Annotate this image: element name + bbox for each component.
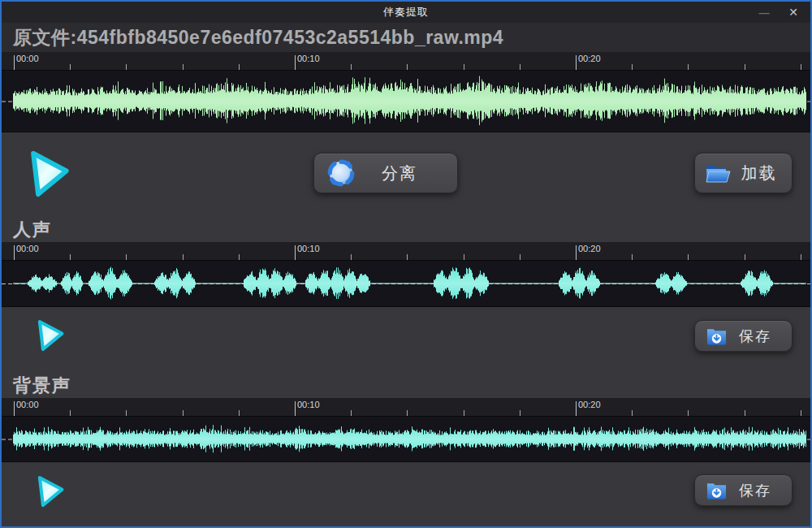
ruler-tick: [407, 410, 408, 416]
original-file-label: 原文件:454fbfb8450e7e6edf07453c2a5514bb_raw…: [13, 25, 503, 50]
save-vocals-label: 保存: [727, 327, 792, 346]
ruler-tick: [351, 410, 352, 416]
ruler-tick: [576, 55, 577, 70]
ruler-tick: [745, 254, 745, 260]
play-button-vocals[interactable]: [32, 318, 67, 353]
ruler-tick: [464, 410, 464, 416]
ruler-tick-label: 00:20: [578, 244, 601, 253]
separate-button[interactable]: 分离: [313, 153, 458, 193]
minimize-icon: —: [759, 6, 770, 19]
ruler-tick: [688, 254, 689, 260]
ruler-tick: [295, 245, 296, 260]
titlebar: 伴奏提取: [2, 2, 810, 23]
ruler-tick: [632, 254, 633, 260]
play-button-background[interactable]: [32, 474, 67, 509]
play-icon: [40, 478, 62, 505]
ruler-tick: [351, 254, 352, 260]
ruler-tick: [801, 254, 801, 260]
waveform-vocals[interactable]: [2, 261, 810, 306]
close-icon: ✕: [788, 6, 798, 19]
ruler-tick: [801, 410, 801, 416]
save-background-label: 保存: [727, 481, 792, 500]
timeline-ruler-original[interactable]: 00:0000:1000:20: [2, 52, 810, 70]
window-title: 伴奏提取: [383, 5, 429, 19]
ruler-tick: [183, 64, 184, 70]
ruler-tick: [70, 410, 71, 416]
ruler-tick: [520, 64, 520, 70]
ruler-tick: [688, 410, 689, 416]
ruler-tick: [407, 64, 408, 70]
ruler-tick: [239, 410, 240, 416]
ruler-tick: [632, 410, 633, 416]
load-button-label: 加载: [732, 162, 792, 184]
ruler-tick: [239, 254, 240, 260]
ruler-tick: [801, 64, 801, 70]
ruler-tick: [464, 64, 464, 70]
save-vocals-button[interactable]: 保存: [694, 320, 793, 352]
ruler-tick-label: 00:20: [578, 54, 601, 63]
waveform-panel-original[interactable]: [2, 70, 810, 132]
waveform-panel-vocals[interactable]: [2, 260, 810, 307]
waveform-original[interactable]: [2, 71, 810, 132]
ruler-tick-label: 00:10: [297, 244, 320, 253]
save-background-button[interactable]: 保存: [694, 474, 793, 506]
waveform-background[interactable]: [2, 417, 810, 461]
play-button-original[interactable]: [23, 149, 73, 199]
ruler-tick: [126, 254, 127, 260]
ruler-tick: [576, 245, 577, 260]
ruler-tick: [14, 401, 15, 416]
ruler-tick: [520, 254, 520, 260]
ruler-tick: [70, 254, 71, 260]
ruler-tick: [745, 410, 745, 416]
background-section-label: 背景声: [13, 374, 71, 398]
waveform-panel-background[interactable]: [2, 416, 810, 462]
play-icon: [33, 154, 67, 194]
process-icon: [326, 158, 356, 188]
load-button[interactable]: 加载: [694, 153, 793, 193]
save-folder-icon: [706, 327, 727, 345]
play-icon: [40, 322, 62, 349]
ruler-tick-label: 00:20: [578, 400, 601, 409]
save-folder-icon: [706, 482, 727, 500]
ruler-tick: [520, 410, 520, 416]
vocals-section-label: 人声: [13, 218, 52, 242]
timeline-ruler-background[interactable]: 00:0000:1000:20: [2, 398, 810, 416]
ruler-tick: [464, 254, 464, 260]
app-window: 伴奏提取 — ✕ 原文件:454fbfb8450e7e6edf07453c2a5…: [0, 0, 812, 528]
ruler-tick: [576, 401, 577, 416]
ruler-tick: [407, 254, 408, 260]
ruler-tick: [14, 55, 15, 70]
close-button[interactable]: ✕: [780, 2, 807, 23]
ruler-tick: [745, 64, 745, 70]
ruler-tick: [126, 410, 127, 416]
ruler-tick: [688, 64, 689, 70]
ruler-tick: [351, 64, 352, 70]
ruler-tick: [239, 64, 240, 70]
ruler-tick-label: 00:00: [16, 400, 39, 409]
ruler-tick-label: 00:00: [16, 244, 39, 253]
open-folder-icon: [705, 161, 732, 185]
header: 原文件:454fbfb8450e7e6edf07453c2a5514bb_raw…: [2, 23, 810, 52]
ruler-tick: [295, 55, 296, 70]
ruler-tick: [70, 64, 71, 70]
separate-button-label: 分离: [356, 162, 457, 184]
ruler-tick-label: 00:10: [297, 400, 320, 409]
timeline-ruler-vocals[interactable]: 00:0000:1000:20: [2, 242, 810, 260]
ruler-tick: [14, 245, 15, 260]
ruler-tick-label: 00:10: [297, 54, 320, 63]
minimize-button[interactable]: —: [750, 2, 778, 23]
ruler-tick: [183, 410, 184, 416]
ruler-tick: [632, 64, 633, 70]
ruler-tick: [183, 254, 184, 260]
ruler-tick-label: 00:00: [16, 54, 39, 63]
ruler-tick: [295, 401, 296, 416]
ruler-tick: [126, 64, 127, 70]
